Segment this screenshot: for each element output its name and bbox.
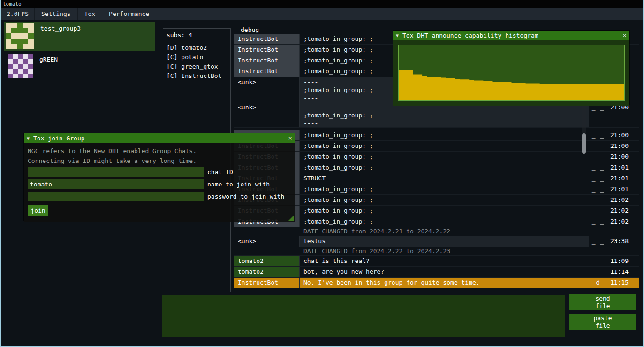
sender-name: <unk> (234, 77, 300, 102)
message-time: 23:38 (607, 236, 639, 247)
chat-message-row[interactable]: <unk>---- ;tomato_in_group: ; ----_ _21:… (234, 102, 639, 128)
message-flags: _ _ (589, 141, 607, 151)
menu-item-performance[interactable]: Performance (102, 8, 156, 20)
chat-id-input[interactable] (28, 167, 204, 177)
message-time: 11:14 (607, 267, 639, 277)
close-icon[interactable]: × (288, 134, 292, 142)
join-group-body: NGC refers to the New DHT enabled Group … (24, 143, 295, 222)
message-time: 21:00 (607, 152, 639, 162)
join-description-line2: Connecting via ID might take a very long… (28, 157, 291, 164)
message-text: testus (300, 236, 589, 247)
tab-debug[interactable]: debug (241, 26, 259, 33)
message-flags: _ _ (589, 216, 607, 227)
paste-file-button[interactable]: paste file (569, 314, 636, 330)
chat-message-row[interactable]: tomato2chat is this real?_ _11:09 (234, 256, 639, 267)
sender-name: InstructBot (234, 34, 300, 44)
join-password-input[interactable] (28, 192, 204, 201)
chat-id-label: chat ID (207, 169, 233, 176)
subs-member[interactable]: [C] InstructBot (167, 71, 227, 81)
message-time: 21:00 (607, 102, 639, 127)
message-time: 21:01 (607, 173, 639, 184)
message-time: 21:01 (607, 162, 639, 173)
message-text: ;tomato_in_group: ; (300, 141, 589, 151)
join-description-line1: NGC refers to the New DHT enabled Group … (28, 147, 291, 154)
message-text: ;tomato_in_group: ; (300, 195, 589, 205)
message-flags: _ _ (589, 256, 607, 266)
collapse-arrow-icon[interactable]: ▼ (396, 33, 399, 38)
date-changed-text: DATE CHANGED from 2024.2.21 to 2024.2.22 (300, 227, 639, 236)
message-time: 11:15 (607, 278, 639, 288)
roster-item-gREEN[interactable]: gREEN (4, 53, 155, 81)
message-text: bot, are you new here? (300, 267, 589, 277)
sender-name: tomato2 (234, 267, 300, 277)
chat-scrollbar-thumb[interactable] (582, 133, 586, 154)
message-text: ;tomato_in_group: ; (300, 216, 589, 227)
message-time: 21:02 (607, 216, 639, 227)
menu-items: SettingsToxPerformance (34, 8, 156, 20)
group-name: gREEN (39, 54, 58, 63)
group-name: test_group3 (40, 23, 81, 32)
menu-item-settings[interactable]: Settings (34, 8, 77, 20)
window-title: tomato (3, 1, 22, 7)
send-file-button[interactable]: send file (569, 294, 636, 310)
subs-list: [D] tomato2[C] potato[C] green_qtox[C] I… (167, 43, 227, 81)
chat-message-row[interactable]: tomato2bot, are you new here?_ _11:14 (234, 267, 639, 278)
message-flags: _ _ (589, 267, 607, 277)
subs-member[interactable]: [D] tomato2 (167, 43, 227, 53)
join-name-label: name to join with (207, 181, 270, 188)
message-input[interactable] (162, 295, 565, 337)
collapse-arrow-icon[interactable]: ▼ (27, 136, 30, 141)
join-name-input[interactable]: tomato (28, 179, 204, 189)
message-text: ;tomato_in_group: ; (300, 162, 589, 173)
message-time: 21:00 (607, 141, 639, 151)
subs-count: subs: 4 (167, 31, 227, 39)
message-flags: _ _ (589, 195, 607, 205)
message-time: 21:00 (607, 130, 639, 140)
message-text: ;tomato_in_group: ; (300, 130, 589, 140)
message-text: ;tomato_in_group: ; (300, 152, 589, 162)
sender-name: InstructBot (234, 278, 300, 288)
join-password-label: password to join with (207, 193, 284, 200)
date-changed-text: DATE CHANGED from 2024.2.22 to 2024.2.23 (300, 247, 639, 255)
message-flags: _ _ (589, 152, 607, 162)
resize-grip[interactable] (288, 215, 294, 221)
subs-member[interactable]: [C] potato (167, 53, 227, 62)
dht-histogram-titlebar[interactable]: ▼ Tox DHT announce capability histogram … (393, 31, 629, 40)
roster-item-test_group3[interactable]: test_group3 (4, 22, 155, 51)
message-time: 21:02 (607, 195, 639, 205)
sender-name: InstructBot (234, 66, 300, 77)
message-flags: _ _ (589, 130, 607, 140)
subs-member[interactable]: [C] green_qtox (167, 62, 227, 71)
test-group3-avatar (6, 23, 34, 49)
sender-name: <unk> (234, 236, 300, 247)
message-flags: _ _ (589, 102, 607, 127)
message-flags: _ _ (589, 184, 607, 194)
join-group-titlebar[interactable]: ▼ Tox join Group × (24, 133, 295, 143)
message-time: 11:09 (607, 256, 639, 266)
dht-histogram-plot (398, 45, 625, 101)
chat-message-row[interactable]: <unk>testus_ _23:38 (234, 236, 639, 247)
message-time: 21:02 (607, 206, 639, 216)
chat-message-row[interactable]: InstructBotNo, I've been in this group f… (234, 278, 639, 288)
close-icon[interactable]: × (623, 31, 627, 39)
message-text: ;tomato_in_group: ; (300, 206, 589, 216)
sender-name: <unk> (234, 102, 300, 127)
window-titlebar[interactable]: tomato (1, 0, 643, 8)
join-button[interactable]: join (28, 205, 48, 216)
date-changed-row: DATE CHANGED from 2024.2.21 to 2024.2.22 (234, 227, 639, 236)
message-time: 21:01 (607, 184, 639, 194)
dht-histogram-body (393, 40, 629, 106)
message-flags: _ _ (589, 173, 607, 184)
message-text: STRUCT (300, 173, 589, 184)
menu-item-tox[interactable]: Tox (77, 8, 102, 20)
message-text: chat is this real? (300, 256, 589, 266)
dht-histogram-title: Tox DHT announce capability histogram (402, 32, 538, 39)
fps-counter: 2.0FPS (1, 8, 34, 20)
sender-name: InstructBot (234, 45, 300, 55)
message-flags: _ _ (589, 162, 607, 173)
message-flags: _ _ (589, 206, 607, 216)
app-window: tomato 2.0FPS SettingsToxPerformance tes… (0, 0, 644, 347)
join-group-title: Tox join Group (33, 135, 85, 142)
menu-bar: 2.0FPS SettingsToxPerformance (1, 8, 643, 20)
date-changed-row: DATE CHANGED from 2024.2.22 to 2024.2.23 (234, 247, 639, 256)
